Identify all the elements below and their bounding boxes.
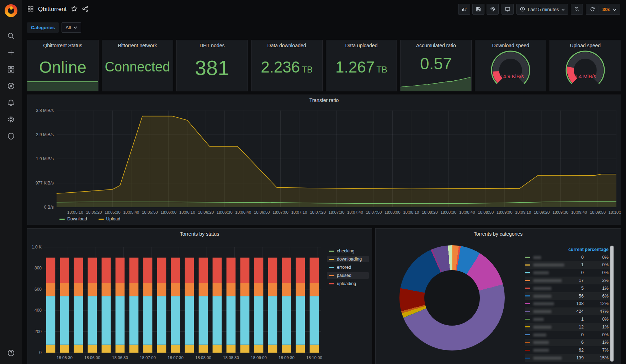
category-name-redacted: xxxxxx: [534, 348, 564, 353]
category-row[interactable]: xxxxxxx51%: [525, 284, 614, 292]
share-icon[interactable]: [82, 5, 89, 14]
status-chart-plot[interactable]: [44, 247, 321, 353]
legend-item-upload[interactable]: Upload: [96, 216, 123, 222]
upload-speed-gauge: [550, 49, 621, 90]
add-panel-button[interactable]: [458, 4, 470, 15]
transfer-chart-plot[interactable]: [57, 111, 616, 207]
panel-title[interactable]: Data downloaded: [251, 43, 322, 48]
panel-title[interactable]: Upload speed: [550, 43, 621, 48]
panel-title[interactable]: Accumulated ratio: [400, 43, 471, 48]
x-axis-tick-label: 18:05:10: [65, 210, 85, 214]
categories-table: current percentage xxx00%xxxxxxxxxxxx10%…: [525, 246, 614, 364]
zoom-out-button[interactable]: [571, 4, 583, 15]
x-axis-tick-label: 18:09:50: [588, 210, 608, 214]
x-axis-tick-label: 18:07:30: [327, 210, 346, 214]
category-current-value: 12: [564, 325, 584, 330]
category-row[interactable]: xxxxxx61%: [525, 339, 614, 347]
legend-item-paused[interactable]: paused: [327, 272, 369, 279]
explore-compass-icon[interactable]: [7, 82, 15, 90]
panel-title[interactable]: Download speed: [475, 43, 546, 48]
category-row[interactable]: xxxxx00%: [525, 331, 614, 339]
x-axis-tick-label: 18:05:50: [140, 210, 160, 214]
bar-segment-uploading: [296, 258, 305, 283]
panel-title[interactable]: Transfer ratio: [27, 97, 621, 103]
dashboard-header: Qbittorrent Last 5 minutes: [22, 0, 626, 18]
column-current[interactable]: current: [564, 247, 584, 252]
bar-segment-downloading: [240, 345, 250, 353]
category-row[interactable]: xxxxxxxx10812%: [525, 300, 614, 308]
time-range-picker[interactable]: Last 5 minutes: [516, 4, 568, 15]
y-axis-tick-label: 1.0 K: [27, 245, 42, 250]
panel-title[interactable]: Bittorrent network: [102, 43, 173, 48]
category-percentage-value: 15%: [584, 355, 609, 360]
apps-grid-icon[interactable]: [27, 5, 34, 14]
legend-item-uploading[interactable]: uploading: [327, 280, 369, 287]
refresh-button[interactable]: 30s: [586, 4, 620, 15]
help-icon[interactable]: [7, 352, 15, 358]
tv-cycle-button[interactable]: [502, 4, 514, 15]
panel-title[interactable]: DHT nodes: [177, 43, 248, 48]
star-icon[interactable]: [71, 5, 78, 14]
y-axis-tick-label: 977 KiB/s: [27, 181, 54, 186]
category-row[interactable]: xxxxxx627%: [525, 346, 614, 354]
category-row[interactable]: xxxxxxx566%: [525, 292, 614, 300]
configuration-gear-icon[interactable]: [7, 116, 15, 123]
grafana-logo-icon[interactable]: [5, 4, 17, 17]
category-row[interactable]: xxx00%: [525, 253, 614, 261]
bar-segment-paused: [171, 283, 180, 296]
category-current-value: 1: [564, 262, 584, 267]
bar-segment-errored: [74, 296, 83, 345]
sidebar-nav: [7, 32, 15, 140]
panel-title[interactable]: Torrents by status: [27, 231, 372, 237]
network-value: Connected: [102, 59, 173, 74]
bar-segment-uploading: [310, 258, 319, 283]
panel-title[interactable]: Torrents by categories: [376, 231, 621, 237]
transfer-legend: DownloadUpload: [57, 216, 122, 222]
legend-color-dash: [525, 350, 530, 351]
sidebar-bottom: [7, 349, 15, 358]
category-row[interactable]: xxxxxx00%: [525, 269, 614, 277]
category-row[interactable]: xxxxxxxxxxx13915%: [525, 354, 614, 362]
alerting-bell-icon[interactable]: [7, 99, 15, 107]
search-icon[interactable]: [7, 32, 15, 40]
column-percentage[interactable]: percentage: [584, 247, 609, 252]
category-row[interactable]: xxxx10%: [525, 315, 614, 323]
legend-item-checking[interactable]: checking: [327, 248, 369, 254]
legend-item-errored[interactable]: errored: [327, 264, 369, 271]
bar-segment-errored: [254, 296, 264, 345]
grafana-app: Qbittorrent Last 5 minutes: [0, 0, 626, 364]
panel-torrents-by-status: Torrents by status 02004006008001.0 K 18…: [27, 228, 372, 364]
save-dashboard-button[interactable]: [472, 4, 484, 15]
x-axis-tick-label: 18:09:00: [248, 355, 270, 360]
create-plus-icon[interactable]: [7, 49, 15, 57]
dashboard-title[interactable]: Qbittorrent: [38, 6, 67, 13]
bar-segment-paused: [310, 283, 319, 296]
legend-color-dash: [525, 264, 530, 266]
categories-rows: xxx00%xxxxxxxxxxxx10%xxxxxx00%xxxxxxxxxx…: [525, 253, 614, 362]
panel-title[interactable]: Data uploaded: [326, 43, 397, 48]
dashboards-grid-icon[interactable]: [7, 65, 15, 73]
bar-segment-paused: [213, 283, 222, 296]
variable-label-categories[interactable]: Categories: [27, 22, 59, 33]
category-name-redacted: xxxxxxx: [534, 294, 564, 299]
category-row[interactable]: xxxxxxxxxxx172%: [525, 277, 614, 284]
category-name-redacted: xxxxxxxx: [534, 301, 564, 306]
category-row[interactable]: xxxxxxxxxxxx10%: [525, 261, 614, 269]
category-row[interactable]: xxxxxxx42447%: [525, 307, 614, 315]
x-axis-tick-label: 18:06:40: [233, 210, 253, 214]
categories-donut-chart[interactable]: [399, 245, 505, 350]
table-scrollbar[interactable]: [610, 246, 614, 362]
legend-item-downloading[interactable]: downloading: [327, 256, 369, 262]
categories-variable-dropdown[interactable]: All: [62, 22, 81, 33]
panel-title[interactable]: Qbittorrent Status: [27, 43, 98, 48]
bar-segment-uploading: [268, 258, 277, 283]
panel-transfer-ratio: Transfer ratio 0 B/s977 KiB/s1.9 MiB/s2.…: [27, 95, 621, 225]
x-axis-tick-label: 18:08:00: [193, 355, 214, 360]
category-name-redacted: xxxxxxx: [534, 309, 564, 314]
admin-shield-icon[interactable]: [7, 132, 15, 140]
bar-segment-paused: [254, 283, 264, 296]
dashboard-settings-button[interactable]: [487, 4, 499, 15]
bar-segment-errored: [296, 296, 305, 345]
legend-item-download[interactable]: Download: [57, 216, 89, 222]
category-row[interactable]: xxxxxxx121%: [525, 323, 614, 331]
